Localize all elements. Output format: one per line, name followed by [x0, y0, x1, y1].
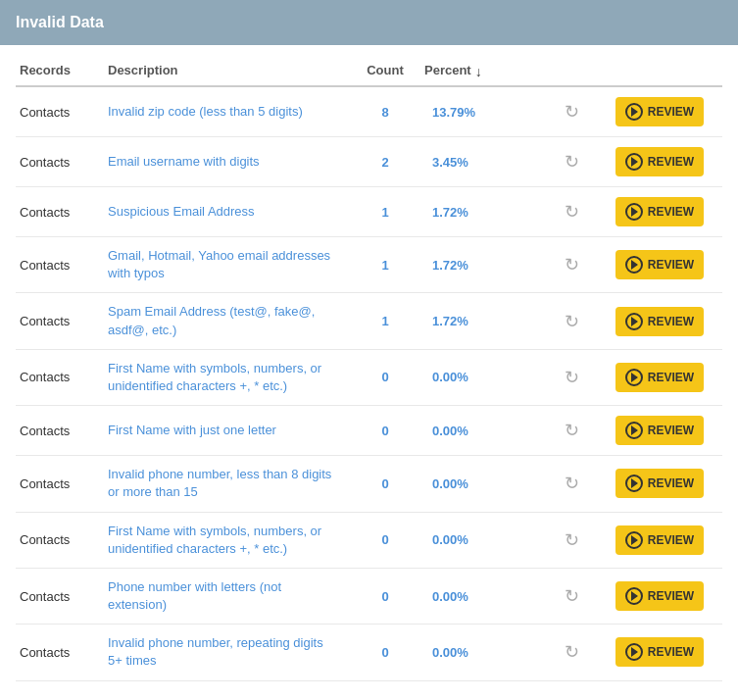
cell-percent-6: 0.00%	[424, 424, 542, 438]
cell-records-0: Contacts	[20, 105, 108, 120]
review-button-2[interactable]: REVIEW	[615, 197, 704, 226]
review-button-10[interactable]: REVIEW	[615, 637, 704, 667]
col-header-count: Count	[346, 63, 424, 77]
table-row: Contacts Invalid zip code (less than 5 d…	[16, 87, 722, 137]
play-triangle-10	[631, 647, 638, 657]
cell-refresh-10: ↻	[542, 641, 601, 663]
refresh-icon-8[interactable]: ↻	[565, 530, 579, 550]
cell-description-6: First Name with just one letter	[108, 422, 346, 439]
percent-label: Percent	[424, 63, 471, 77]
cell-refresh-9: ↻	[542, 585, 601, 607]
review-button-3[interactable]: REVIEW	[615, 250, 704, 279]
review-button-0[interactable]: REVIEW	[615, 97, 704, 126]
refresh-icon-2[interactable]: ↻	[565, 202, 579, 222]
play-circle-7	[625, 475, 643, 492]
cell-refresh-7: ↻	[542, 473, 601, 494]
cell-action-10: REVIEW	[601, 637, 718, 667]
cell-records-1: Contacts	[20, 155, 108, 170]
refresh-icon-9[interactable]: ↻	[565, 586, 579, 606]
table-row: Contacts First Name with symbols, number…	[16, 350, 722, 406]
cell-action-4: REVIEW	[601, 307, 718, 336]
cell-count-4: 1	[346, 314, 424, 328]
refresh-icon-7[interactable]: ↻	[565, 474, 579, 493]
cell-description-7: Invalid phone number, less than 8 digits…	[108, 466, 346, 501]
cell-count-9: 0	[346, 589, 424, 604]
cell-percent-4: 1.72%	[424, 314, 542, 328]
play-circle-0	[625, 103, 643, 121]
cell-description-4: Spam Email Address (test@, fake@, asdf@,…	[108, 303, 346, 338]
play-circle-4	[625, 313, 643, 330]
cell-description-1: Email username with digits	[108, 153, 346, 171]
play-circle-8	[625, 531, 643, 549]
cell-description-8: First Name with symbols, numbers, or uni…	[108, 523, 346, 558]
play-triangle-7	[631, 478, 638, 488]
cell-records-3: Contacts	[20, 258, 108, 273]
cell-action-1: REVIEW	[601, 147, 718, 176]
cell-count-10: 0	[346, 645, 424, 660]
cell-description-2: Suspicious Email Address	[108, 203, 346, 221]
col-header-percent: Percent ↓	[424, 63, 542, 77]
cell-percent-3: 1.72%	[424, 258, 542, 273]
cell-refresh-5: ↻	[542, 367, 601, 388]
table-row: Contacts First Name with symbols, number…	[16, 513, 722, 569]
cell-count-6: 0	[346, 424, 424, 438]
table-row: Contacts Suspicious Email Address 1 1.72…	[16, 187, 722, 237]
table-row: Contacts Email username with digits 2 3.…	[16, 137, 722, 187]
review-button-6[interactable]: REVIEW	[615, 416, 704, 445]
col-header-records: Records	[20, 63, 108, 77]
table-row: Contacts Invalid phone number, repeating…	[16, 625, 722, 680]
cell-percent-10: 0.00%	[424, 645, 542, 660]
cell-action-3: REVIEW	[601, 250, 718, 279]
play-circle-10	[625, 643, 643, 661]
play-triangle-9	[631, 591, 638, 601]
cell-action-6: REVIEW	[601, 416, 718, 445]
refresh-icon-3[interactable]: ↻	[565, 255, 579, 275]
refresh-icon-10[interactable]: ↻	[565, 642, 579, 662]
cell-description-9: Phone number with letters (not extension…	[108, 578, 346, 614]
cell-count-3: 1	[346, 258, 424, 273]
refresh-icon-1[interactable]: ↻	[565, 152, 579, 172]
cell-refresh-4: ↻	[542, 311, 601, 332]
cell-records-6: Contacts	[20, 424, 108, 438]
cell-description-0: Invalid zip code (less than 5 digits)	[108, 103, 346, 121]
cell-count-7: 0	[346, 476, 424, 491]
review-button-5[interactable]: REVIEW	[615, 363, 704, 392]
cell-percent-2: 1.72%	[424, 205, 542, 220]
table-row: Contacts Gmail, Hotmail, Yahoo email add…	[16, 237, 722, 293]
cell-action-8: REVIEW	[601, 525, 718, 555]
table-row: Contacts Spam Email Address (test@, fake…	[16, 293, 722, 349]
cell-count-0: 8	[346, 105, 424, 120]
sort-icon[interactable]: ↓	[475, 64, 489, 77]
play-circle-9	[625, 587, 643, 605]
cell-description-5: First Name with symbols, numbers, or uni…	[108, 360, 346, 395]
review-button-7[interactable]: REVIEW	[615, 469, 704, 498]
review-button-1[interactable]: REVIEW	[615, 147, 704, 176]
refresh-icon-6[interactable]: ↻	[565, 421, 579, 440]
cell-description-10: Invalid phone number, repeating digits 5…	[108, 634, 346, 670]
play-triangle-8	[631, 535, 638, 545]
cell-action-5: REVIEW	[601, 363, 718, 392]
cell-count-2: 1	[346, 205, 424, 220]
play-triangle-1	[631, 157, 638, 167]
table-row: Contacts First Name with just one letter…	[16, 406, 722, 456]
cell-percent-5: 0.00%	[424, 370, 542, 384]
refresh-icon-4[interactable]: ↻	[565, 312, 579, 331]
play-triangle-6	[631, 425, 638, 435]
refresh-icon-0[interactable]: ↻	[565, 102, 579, 122]
col-header-action	[601, 63, 718, 77]
play-triangle-4	[631, 317, 638, 326]
review-button-9[interactable]: REVIEW	[615, 581, 704, 611]
table-row: Contacts Invalid phone number, less than…	[16, 456, 722, 512]
col-header-description: Description	[108, 63, 346, 77]
refresh-icon-5[interactable]: ↻	[565, 368, 579, 387]
play-circle-3	[625, 256, 643, 274]
cell-refresh-0: ↻	[542, 101, 601, 123]
review-button-8[interactable]: REVIEW	[615, 525, 704, 555]
cell-count-8: 0	[346, 532, 424, 547]
play-triangle-0	[631, 107, 638, 117]
play-triangle-5	[631, 373, 638, 382]
page-header: Invalid Data	[0, 0, 738, 45]
review-button-4[interactable]: REVIEW	[615, 307, 704, 336]
cell-records-8: Contacts	[20, 532, 108, 547]
play-triangle-3	[631, 260, 638, 270]
